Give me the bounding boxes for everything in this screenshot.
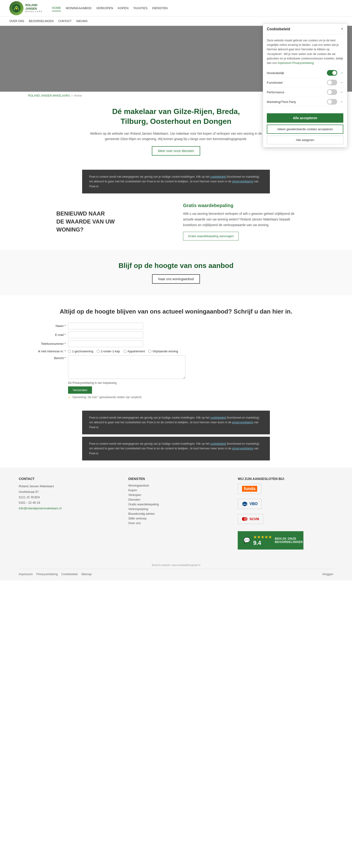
cookie-buttons: Alle accepteren Alleen geselecteerde coo… [263,111,347,147]
header: ROLAND JANSEN MAKELAARS HOME WONINGAANBO… [0,0,352,17]
nav-diensten[interactable]: DIENSTEN [152,5,168,11]
waarde-right-title: Gratis waardebepaling [183,203,296,208]
logo-text: ROLAND JANSEN [25,3,42,10]
footer-email[interactable]: info@rolandjansenmakelaars.nl [19,506,62,510]
logo[interactable]: ROLAND JANSEN MAKELAARS [9,1,42,15]
footer-privacyverklaring[interactable]: Privacyverklaring [36,572,58,576]
footer-stille-verkoop[interactable]: Stille verkoop [128,517,147,520]
svg-text:VBO: VBO [243,503,247,505]
aanbod-title: Blijf op de hoogte van ons aanbod [9,261,343,270]
cookie-arrow-functioneel[interactable]: → [340,81,343,85]
nav-taxaties[interactable]: TAXATIES [133,5,148,11]
telefoon-input[interactable] [68,341,143,347]
breadcrumb-separator: » [71,94,73,97]
footer-partners-title: WIJ ZIJN AANGESLOTEN BIJ: [238,477,333,480]
nav-home[interactable]: HOME [52,5,61,11]
partner-scvm[interactable]: SCVM [238,514,263,524]
diensten-button[interactable]: Meer over onze diensten [152,146,200,156]
email-label: E-mail * [28,333,66,337]
cookie-label-marketing: Marketing/Third Party [267,100,296,104]
send-button[interactable]: Verzenden [68,386,92,394]
cookie-arrow-performance[interactable]: → [340,90,343,94]
cookie-close-button[interactable]: × [341,27,343,31]
schrijf-section: Altijd op de hoogte blijven van ons actu… [0,296,352,411]
powr-privacy-link2[interactable]: privacyverklaring [232,421,253,424]
footer-cookiebeleid[interactable]: Cookiebeleid [61,572,77,576]
opmerking-text: ⚠ Opmerking: De met * gemarkeerde velden… [68,396,324,399]
inloggen-link[interactable]: Inloggen [322,572,333,576]
cookie-body: Deze website maakt gebruik van cookies o… [263,35,347,111]
aanbod-button[interactable]: Naar ons woningaanbod [152,274,200,284]
interesse-label: Ik heb interesse in: * [28,349,66,353]
nav-contact[interactable]: CONTACT [58,18,72,24]
cookie-toggle-noodzakelijk[interactable] [327,70,337,76]
reject-all-button[interactable]: Alle weigeren [267,135,343,144]
reviews-label: BEKIJK ONZE BEOORDELINGEN [275,537,303,544]
impressum-link[interactable]: Impressum [278,61,291,65]
footer-contact: CONTACT Roland Jansen Makelaars Hoofdstr… [19,477,114,554]
footer-diensten-link[interactable]: Diensten [128,498,140,501]
footer-waardebepaling[interactable]: Gratis waardebepaling [128,502,159,506]
cookie-title: Cookiebeleid [267,27,290,31]
waarde-section: BENIEUWD NAAR DE WAARDE VAN UW WONING? G… [47,203,305,240]
waarde-left: BENIEUWD NAAR DE WAARDE VAN UW WONING? [56,210,169,234]
cookie-toggle-functioneel[interactable] [327,80,337,85]
reviews-banner[interactable]: 💬 ★★★★★ 9.4 BEKIJK ONZE BEOORDELINGEN [238,531,304,550]
cookie-row-functioneel: Functioneel → [267,78,343,87]
footer-sitemap[interactable]: Sitemap [81,572,92,576]
footer-impressum[interactable]: Impressum [19,572,33,576]
breadcrumb-current: Home [74,94,82,97]
opmerking-icon: ⚠ [68,396,71,399]
privacy-text: De Privacyverklaring is van toepassing. [68,381,324,384]
footer-contact-title: CONTACT [19,477,114,480]
nav-kopen[interactable]: KOPEN [118,5,129,11]
cookie-toggle-marketing[interactable] [327,99,337,104]
radio-1gezins[interactable]: 1-gezinswoning [68,349,93,353]
footer-kopen[interactable]: Kopen [128,488,137,492]
waardebepaling-button[interactable]: Gratis waardebepaling aanvragen [183,232,239,241]
vbo-icon: VBO [242,501,248,507]
cookie-modal: Cookiebeleid × Deze website maakt gebrui… [263,24,347,147]
breadcrumb-brand[interactable]: ROLAND JANSEN MAKELAARS [28,94,70,97]
partner-vbo[interactable]: VBO VBO [238,499,262,509]
powr-cookiebeleid-link2[interactable]: cookiebeleid [210,416,226,419]
cookie-arrow-marketing[interactable]: → [340,100,343,104]
radio-appartement[interactable]: Appartement [124,349,145,353]
nav-woningaanbod[interactable]: WONINGAANBOD [66,5,92,11]
radio-2onder1kap[interactable]: 2-onder-1-kap [97,349,120,353]
footer-bottom: Impressum Privacyverklaring Cookiebeleid… [19,569,333,576]
accept-all-button[interactable]: Alle accepteren [267,113,343,123]
powr-privacy-link[interactable]: privacyverklaring [232,180,253,183]
cookie-description: Deze website maakt gebruik van cookies o… [267,38,343,65]
nav-beoordelingen[interactable]: BEOORDELINGEN [29,18,54,24]
naam-input[interactable] [68,323,143,329]
email-input[interactable] [68,332,143,338]
footer-verkoopstyling[interactable]: Verkoopstyling [128,507,148,511]
logo-sub: MAKELAARS [25,10,42,13]
footer-diensten: DIENSTEN Woningaanbod Kopen Verkopen Die… [128,477,224,554]
partner-funda[interactable]: funda [238,484,261,494]
privacyverklaring-link[interactable]: Privacyverklaring [292,61,314,65]
accept-selected-button[interactable]: Alleen geselecteerde cookies accepteren [267,125,343,134]
nav-verkopen[interactable]: VERKOPEN [96,5,113,11]
footer-credit: Beeld & website: www.sediaalitfotograaf.… [19,561,333,569]
footer-overons[interactable]: Over ons [128,521,141,525]
powr-privacy-link3[interactable]: privacyverklaring [232,447,253,450]
radio-vrijstaand[interactable]: Vrijstaande woning [148,349,178,353]
nav-nieuws[interactable]: NIEUWS [76,18,87,24]
waarde-right-text: Wilt u uw woning binnenkort verkopen of … [183,211,296,228]
waarde-left-title: BENIEUWD NAAR DE WAARDE VAN UW WONING? [56,210,169,234]
footer-verkopen[interactable]: Verkopen [128,493,141,497]
cookie-toggle-performance[interactable] [327,89,337,95]
powr-cookiebeleid-link[interactable]: cookiebeleid [210,175,226,178]
powr-cookiebeleid-link3[interactable]: cookiebeleid [210,442,226,445]
footer-bouwkundig[interactable]: Bouwkundig advies [128,512,155,516]
footer-diensten-title: DIENSTEN [128,477,224,480]
bericht-textarea[interactable] [68,355,185,379]
nav-overons[interactable]: OVER ONS [9,18,24,24]
naam-row: Naam * [28,323,324,329]
cookie-arrow-noodzakelijk[interactable]: → [340,71,343,75]
powr-block-1: Powr.io content wordt niet weergegeven a… [82,170,270,193]
nav2: OVER ONS BEOORDELINGEN CONTACT NIEUWS [9,18,87,24]
footer-woningaanbod[interactable]: Woningaanbod [128,484,149,487]
